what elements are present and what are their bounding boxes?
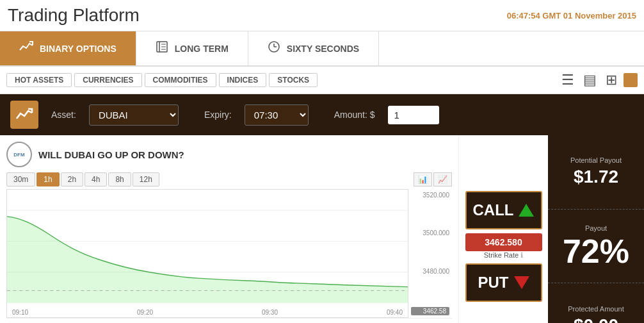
tab-indices[interactable]: INDICES — [219, 73, 267, 87]
trader-bar-container: 50% Trader Choice 50% bid 3462.580 | ask… — [6, 318, 452, 323]
main-content: DFM WILL DUBAI GO UP OR DOWN? 30m 1h 2h … — [0, 135, 644, 323]
time-btn-2h[interactable]: 2h — [61, 172, 83, 186]
call-button[interactable]: CALL — [465, 191, 542, 229]
payout-value: 72% — [563, 235, 629, 268]
page-title: Trading Platform — [8, 5, 140, 26]
chart-outer: 09:10 09:20 09:30 09:40 3520.000 3500.00… — [6, 189, 452, 318]
time-buttons: 30m 1h 2h 4h 8h 12h 📊 📈 — [6, 172, 452, 186]
notebook-icon — [156, 41, 168, 56]
tab-sixty-seconds[interactable]: SIXTY SECONDS — [248, 31, 379, 65]
amount-label: Amount: $ — [334, 110, 375, 120]
current-price-tag: 3462.58 — [411, 307, 449, 315]
view-controls: ☰ ▤ ⊞ — [559, 70, 638, 90]
tab-long-term[interactable]: LONG TERM — [136, 31, 248, 65]
time-btn-30m[interactable]: 30m — [6, 172, 35, 186]
payout-section: Payout 72% — [548, 210, 644, 284]
tab-binary-options[interactable]: BINARY OPTIONS — [0, 31, 136, 65]
top-nav: BINARY OPTIONS LONG TERM SIXTY SECONDS — [0, 31, 644, 67]
chart-svg — [7, 190, 408, 305]
x-label-2: 09:20 — [137, 309, 153, 316]
time-btn-12h[interactable]: 12h — [133, 172, 159, 186]
clock-icon — [268, 40, 280, 56]
potential-payout-value: $1.72 — [574, 167, 618, 187]
y-label-2: 3500.000 — [411, 229, 449, 236]
asset-trend-icon — [10, 101, 38, 129]
tab-sixty-seconds-label: SIXTY SECONDS — [287, 44, 359, 54]
chart-bar-icon[interactable]: 📊 — [414, 172, 432, 186]
table-view-button[interactable]: ▤ — [581, 70, 599, 90]
dfm-logo: DFM — [6, 142, 32, 167]
y-label-3: 3480.000 — [411, 268, 449, 275]
put-label: PUT — [478, 274, 509, 292]
chart-icon — [19, 41, 33, 56]
strike-rate-label: Strike Rate ℹ — [465, 251, 542, 260]
put-down-arrow — [514, 276, 529, 289]
protected-label: Protected Amount — [568, 305, 624, 313]
strike-info-icon[interactable]: ℹ — [520, 251, 523, 259]
expiry-label: Expiry: — [204, 110, 232, 120]
header: Trading Platform 06:47:54 GMT 01 Novembe… — [0, 0, 644, 31]
chart-panel: DFM WILL DUBAI GO UP OR DOWN? 30m 1h 2h … — [0, 135, 458, 323]
call-put-area: CALL 3462.580 Strike Rate ℹ PUT — [458, 135, 548, 323]
expiry-dropdown[interactable]: 07:30 — [245, 104, 309, 126]
chart-area: DFM WILL DUBAI GO UP OR DOWN? 30m 1h 2h … — [0, 135, 458, 323]
call-label: CALL — [473, 201, 514, 219]
grid-view-button[interactable]: ⊞ — [603, 70, 620, 90]
chart-container: 09:10 09:20 09:30 09:40 — [6, 189, 408, 318]
time-btn-4h[interactable]: 4h — [85, 172, 107, 186]
list-view-button[interactable]: ☰ — [559, 70, 577, 90]
right-panel: Potential Payout $1.72 Payout 72% Protec… — [548, 135, 644, 323]
y-label-1: 3520.000 — [411, 192, 449, 199]
tab-binary-options-label: BINARY OPTIONS — [40, 44, 117, 54]
asset-label: Asset: — [51, 110, 76, 120]
payout-label: Payout — [585, 224, 607, 232]
color-swatch[interactable] — [624, 73, 638, 87]
asset-dropdown[interactable]: DUBAI — [89, 104, 179, 126]
header-time: 06:47:54 GMT 01 November 2015 — [507, 11, 636, 21]
strike-container: 3462.580 Strike Rate ℹ — [465, 233, 542, 260]
tab-long-term-label: LONG TERM — [175, 44, 229, 54]
tab-currencies[interactable]: CURRENCIES — [74, 73, 141, 87]
chart-line-icon[interactable]: 📈 — [433, 172, 452, 186]
category-tabs: HOT ASSETS CURRENCIES COMMODITIES INDICE… — [6, 73, 318, 87]
x-label-3: 09:30 — [262, 309, 278, 316]
asset-bar: Asset: DUBAI Expiry: 07:30 Amount: $ — [0, 94, 644, 135]
protected-amount-section: Protected Amount $0.00 — [548, 283, 644, 323]
call-up-arrow — [519, 204, 534, 217]
protected-value: $0.00 — [574, 315, 618, 323]
potential-payout-label: Potential Payout — [570, 156, 622, 164]
strike-rate-value: 3462.580 — [465, 233, 542, 251]
tab-commodities[interactable]: COMMODITIES — [145, 73, 216, 87]
amount-input[interactable] — [388, 106, 439, 124]
chart-header: DFM WILL DUBAI GO UP OR DOWN? — [6, 142, 452, 167]
time-btn-1h[interactable]: 1h — [36, 172, 59, 186]
x-label-1: 09:10 — [12, 309, 28, 316]
x-label-4: 09:40 — [387, 309, 403, 316]
put-button[interactable]: PUT — [465, 263, 542, 302]
tab-hot-assets[interactable]: HOT ASSETS — [6, 73, 72, 87]
tab-stocks[interactable]: STOCKS — [269, 73, 318, 87]
chart-question: WILL DUBAI GO UP OR DOWN? — [38, 149, 184, 160]
y-axis: 3520.000 3500.000 3480.000 3462.58 — [408, 189, 452, 318]
category-bar: HOT ASSETS CURRENCIES COMMODITIES INDICE… — [0, 67, 644, 94]
potential-payout-section: Potential Payout $1.72 — [548, 135, 644, 210]
time-btn-8h[interactable]: 8h — [108, 172, 131, 186]
